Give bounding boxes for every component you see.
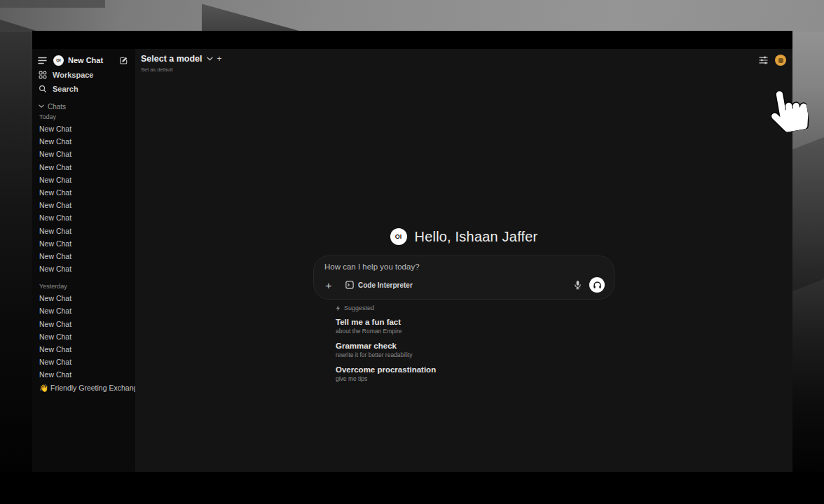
mic-icon[interactable] bbox=[574, 280, 582, 290]
prompt-input[interactable]: How can I help you today? bbox=[323, 262, 605, 271]
welcome-section: OI Hello, Ishaan Jaffer How can I help y… bbox=[313, 228, 614, 389]
chat-item[interactable]: New Chat bbox=[32, 174, 135, 186]
avatar-glyph bbox=[778, 58, 783, 63]
sidebar-item-search[interactable]: Search bbox=[32, 82, 135, 95]
prompt-input-box[interactable]: How can I help you today? + Code Interpr… bbox=[313, 255, 614, 300]
app-window: OI New Chat Workspace Search bbox=[32, 31, 792, 472]
desktop-backdrop-right bbox=[792, 32, 824, 472]
sidebar-toggle-menu-icon[interactable] bbox=[38, 57, 47, 64]
chat-item[interactable]: New Chat bbox=[32, 343, 135, 356]
chats-section-toggle[interactable]: Chats bbox=[32, 102, 135, 111]
chat-item[interactable]: New Chat bbox=[32, 304, 135, 317]
headset-icon bbox=[593, 281, 602, 289]
code-interpreter-icon bbox=[345, 281, 354, 289]
chat-group-label-yesterday: Yesterday bbox=[32, 283, 135, 292]
chat-item[interactable]: New Chat bbox=[32, 122, 135, 135]
suggested-prompt[interactable]: Tell me a fun fact about the Roman Empir… bbox=[336, 318, 614, 335]
sidebar-item-label: Workspace bbox=[53, 71, 94, 79]
greeting-text: Hello, Ishaan Jaffer bbox=[415, 229, 538, 245]
chevron-down-icon bbox=[39, 104, 44, 108]
code-interpreter-toggle[interactable]: Code Interpreter bbox=[345, 281, 413, 289]
chat-item[interactable]: New Chat bbox=[32, 186, 135, 199]
workspace-grid-icon bbox=[39, 71, 47, 79]
backdrop-facet bbox=[792, 137, 824, 291]
app-logo-icon: OI bbox=[53, 55, 64, 66]
chat-item[interactable]: New Chat bbox=[32, 292, 135, 304]
backdrop-wedge bbox=[202, 0, 304, 32]
chat-controls-sliders-icon[interactable] bbox=[759, 56, 768, 64]
main-area: Select a model + Set as default bbox=[135, 49, 792, 472]
suggested-label: Suggested bbox=[344, 304, 374, 312]
model-selector-block: Select a model + Set as default bbox=[141, 54, 222, 73]
prompt-controls: + Code Interpreter bbox=[323, 277, 605, 293]
desktop-backdrop-left bbox=[0, 32, 32, 472]
app-logo-icon: OI bbox=[390, 228, 407, 245]
chat-item[interactable]: New Chat bbox=[32, 262, 135, 275]
chat-item[interactable]: New Chat bbox=[32, 330, 135, 343]
sidebar: OI New Chat Workspace Search bbox=[32, 49, 135, 472]
chat-item[interactable]: New Chat bbox=[32, 148, 135, 160]
suggested-header: Suggested bbox=[336, 304, 614, 312]
suggested-prompt-subtitle: rewrite it for better readability bbox=[336, 351, 614, 358]
chats-section-label: Chats bbox=[48, 103, 66, 111]
user-avatar[interactable] bbox=[775, 55, 786, 66]
chat-item[interactable]: New Chat bbox=[32, 368, 135, 381]
sidebar-item-label: Search bbox=[53, 85, 78, 93]
desktop-backdrop-top bbox=[0, 0, 824, 32]
app-body: OI New Chat Workspace Search bbox=[32, 49, 792, 472]
chat-item[interactable]: New Chat bbox=[32, 225, 135, 237]
add-model-button[interactable]: + bbox=[217, 54, 222, 64]
suggested-section: Suggested Tell me a fun fact about the R… bbox=[313, 304, 614, 382]
chat-item[interactable]: New Chat bbox=[32, 135, 135, 148]
chat-item[interactable]: New Chat bbox=[32, 318, 135, 330]
chat-item[interactable]: New Chat bbox=[32, 250, 135, 262]
suggested-prompt[interactable]: Grammar check rewrite it for better read… bbox=[336, 342, 614, 358]
chat-item-friendly-greeting[interactable]: 👋 Friendly Greeting Exchange bbox=[32, 382, 135, 394]
code-interpreter-label: Code Interpreter bbox=[358, 281, 413, 289]
sidebar-title: New Chat bbox=[68, 56, 119, 64]
search-icon bbox=[39, 85, 47, 93]
bolt-icon bbox=[336, 305, 341, 312]
chat-item[interactable]: New Chat bbox=[32, 199, 135, 211]
model-selector-label: Select a model bbox=[141, 54, 202, 64]
suggested-prompt-title: Tell me a fun fact bbox=[336, 318, 614, 326]
set-as-default-link[interactable]: Set as default bbox=[141, 66, 222, 73]
sidebar-header: OI New Chat bbox=[32, 53, 135, 67]
chat-item[interactable]: New Chat bbox=[32, 356, 135, 368]
chat-item[interactable]: New Chat bbox=[32, 161, 135, 174]
main-header: Select a model + Set as default bbox=[141, 54, 786, 73]
attach-plus-button[interactable]: + bbox=[323, 281, 334, 290]
suggested-prompt-subtitle: about the Roman Empire bbox=[336, 328, 614, 335]
greeting-row: OI Hello, Ishaan Jaffer bbox=[313, 228, 614, 245]
chat-item[interactable]: New Chat bbox=[32, 211, 135, 224]
chevron-down-icon bbox=[207, 57, 213, 61]
chat-group-label-today: Today bbox=[32, 113, 135, 122]
suggested-prompt-title: Overcome procrastination bbox=[336, 365, 614, 374]
suggested-prompt-title: Grammar check bbox=[336, 342, 614, 350]
suggested-prompt[interactable]: Overcome procrastination give me tips bbox=[336, 365, 614, 382]
voice-mode-button[interactable] bbox=[589, 277, 605, 293]
new-chat-edit-icon[interactable] bbox=[119, 56, 128, 65]
backdrop-strip bbox=[0, 0, 105, 8]
header-right bbox=[759, 55, 786, 66]
suggested-prompt-subtitle: give me tips bbox=[336, 375, 614, 382]
sidebar-item-workspace[interactable]: Workspace bbox=[32, 68, 135, 81]
model-selector[interactable]: Select a model + bbox=[141, 54, 222, 64]
window-titlebar bbox=[32, 31, 792, 49]
chat-item[interactable]: New Chat bbox=[32, 237, 135, 250]
